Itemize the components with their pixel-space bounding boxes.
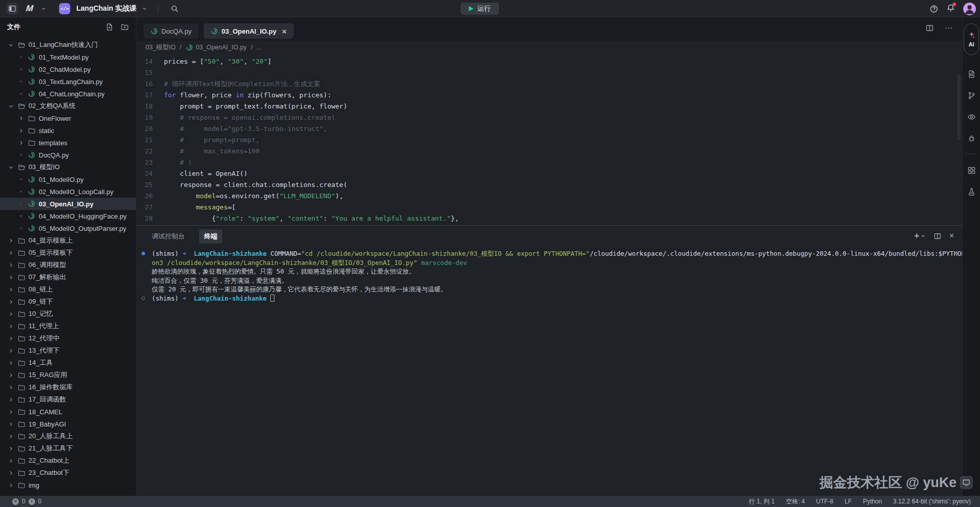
tree-item[interactable]: 04_ModelIO_HuggingFace.py [0,210,136,222]
code-line[interactable]: 27 messages=[ [136,202,962,213]
code-line[interactable]: 15 [136,67,962,78]
code-line[interactable]: 28 {"role": "system", "content": "You ar… [136,213,962,224]
split-editor-icon[interactable] [926,23,934,33]
chevron-down-icon[interactable] [41,6,47,12]
tree-item[interactable]: 15_RAG应用 [0,369,136,381]
tree-item[interactable]: 03_OpenAI_IO.py [0,198,136,210]
statusbar-item[interactable]: 行 1, 列 1 [749,497,775,506]
statusbar-item[interactable]: Python [863,498,882,505]
tree-item[interactable]: 09_链下 [0,296,136,308]
tree-item[interactable]: 07_解析输出 [0,271,136,283]
editor-tab[interactable]: 03_OpenAI_IO.py× [204,23,293,39]
code-line[interactable]: 20 # model="gpt-3.5-turbo-instruct", [136,123,962,135]
chevron-down-icon[interactable] [142,6,148,12]
scroll-up-icon[interactable] [953,250,958,256]
tree-item[interactable]: 06_调用模型 [0,259,136,271]
statusbar-item[interactable]: LF [845,498,852,505]
new-folder-icon[interactable] [121,23,129,31]
tree-item[interactable]: 14_工具 [0,357,136,369]
errors-count[interactable]: 0 [22,498,25,505]
source-control-button[interactable] [964,88,979,103]
tree-item[interactable]: OneFlower [0,112,136,124]
tree-item[interactable]: 02_ModelIO_LoopCall.py [0,185,136,198]
tree-item[interactable]: 21_人脉工具下 [0,442,136,455]
code-line[interactable]: 16# 循环调用Text模型的Completion方法，生成文案 [136,78,962,90]
extensions-button[interactable] [964,163,979,178]
tree-item[interactable]: 03_模型IO [0,161,136,173]
tree-item[interactable]: 11_代理上 [0,320,136,332]
tree-item[interactable]: 03_TextLangChain.py [0,75,136,88]
test-button[interactable] [964,184,979,199]
breadcrumb-item[interactable]: ... [257,44,262,51]
tree-item[interactable]: DocQA.py [0,149,136,161]
debug-button[interactable] [964,130,979,146]
file-search-button[interactable] [964,66,979,82]
search-button[interactable] [169,3,181,15]
notifications-button[interactable] [946,4,955,14]
tree-item[interactable]: 20_人脉工具上 [0,430,136,442]
tree-item[interactable]: 08_链上 [0,283,136,296]
tree-item[interactable]: 01_LangChain快速入门 [0,39,136,51]
more-actions-icon[interactable]: ⋯ [945,23,953,33]
code-line[interactable]: 19 # response = openai.completions.creat… [136,112,962,123]
workspace-title[interactable]: LangChain 实战课 [76,4,136,13]
warnings-icon[interactable]: ! [29,498,35,505]
statusbar-item[interactable]: 3.12.2 64-bit ('shims': pyenv) [893,498,971,505]
code-line[interactable]: 25 response = client.chat.completions.cr… [136,179,962,191]
tree-item[interactable]: 23_Chatbot下 [0,467,136,479]
terminal[interactable]: (shims) ➜ LangChain-shizhanke COMMAND="c… [136,247,962,496]
warnings-count[interactable]: 0 [38,498,42,505]
panel-tab[interactable]: 调试控制台 [147,229,190,244]
code-line[interactable]: 21 # prompt=prompt, [136,135,962,146]
editor-scrollbar[interactable] [957,74,961,141]
tree-item[interactable]: 02_ChatModel.py [0,63,136,75]
toggle-sidebar-button[interactable] [6,3,18,15]
terminal-token: 纯洁百合，仅需 30 元，芬芳满溢，爱意满满。 [152,277,288,284]
close-panel-icon[interactable]: × [949,231,954,241]
tree-item[interactable]: 04_ChatLongChain.py [0,88,136,100]
code-line[interactable]: 14prices = ["50", "30", "20"] [136,56,962,67]
new-file-icon[interactable] [105,23,114,31]
code-editor[interactable]: 14prices = ["50", "30", "20"]1516# 循环调用T… [136,54,962,225]
tree-item[interactable]: 10_记忆 [0,308,136,320]
tree-item[interactable]: 05_ModelIO_OutputParser.py [0,222,136,234]
marscode-logo-menu[interactable]: M [23,3,36,15]
tree-item[interactable]: 16_操作数据库 [0,381,136,393]
tree-item[interactable]: 17_回调函数 [0,393,136,406]
errors-icon[interactable]: ✕ [12,498,19,505]
tree-item[interactable]: templates [0,137,136,149]
statusbar-item[interactable]: UTF-8 [816,498,833,505]
tree-item[interactable]: 19_BabyAGI [0,418,136,430]
code-line[interactable]: 22 # max_tokens=100 [136,146,962,157]
tree-item[interactable]: 05_提示模板下 [0,247,136,259]
marscode-logo-icon: M [25,4,33,14]
new-terminal-button[interactable]: + [914,231,926,241]
tree-item[interactable]: 01_ModelIO.py [0,173,136,185]
breadcrumb-item[interactable]: 03_OpenAI_IO.py [186,44,247,51]
split-terminal-icon[interactable] [934,232,941,240]
code-line[interactable]: 17for flower, price in zip(flowers, pric… [136,90,962,101]
tree-item[interactable]: 18_CAMEL [0,406,136,418]
help-icon[interactable] [930,5,938,13]
run-button[interactable]: 运行 [461,3,499,15]
editor-tab[interactable]: DocQA.py [144,23,199,39]
tree-item[interactable]: 22_Chatbot上 [0,455,136,467]
tree-item[interactable]: static [0,124,136,137]
code-line[interactable]: 26 model=os.environ.get("LLM_MODELEND"), [136,191,962,202]
statusbar-item[interactable]: 空格: 4 [786,497,805,506]
code-line[interactable]: 24 client = OpenAI() [136,168,962,179]
close-tab-icon[interactable]: × [282,28,287,35]
breadcrumb-item[interactable]: 03_模型IO [146,43,176,52]
tree-item[interactable]: 01_TextModel.py [0,51,136,63]
ai-assistant-button[interactable]: AI [964,23,979,55]
avatar[interactable] [963,3,976,15]
tree-item[interactable]: 04_提示模板上 [0,234,136,247]
code-line[interactable]: 23 # ) [136,157,962,168]
tree-item[interactable]: 12_代理中 [0,332,136,344]
panel-tab[interactable]: 终端 [199,229,222,244]
tree-item[interactable]: 13_代理下 [0,344,136,357]
tree-item[interactable]: 02_文档QA系统 [0,100,136,112]
preview-button[interactable] [964,109,979,124]
code-line[interactable]: 18 prompt = prompt_text.format(price, fl… [136,101,962,112]
tree-item[interactable]: img [0,479,136,491]
